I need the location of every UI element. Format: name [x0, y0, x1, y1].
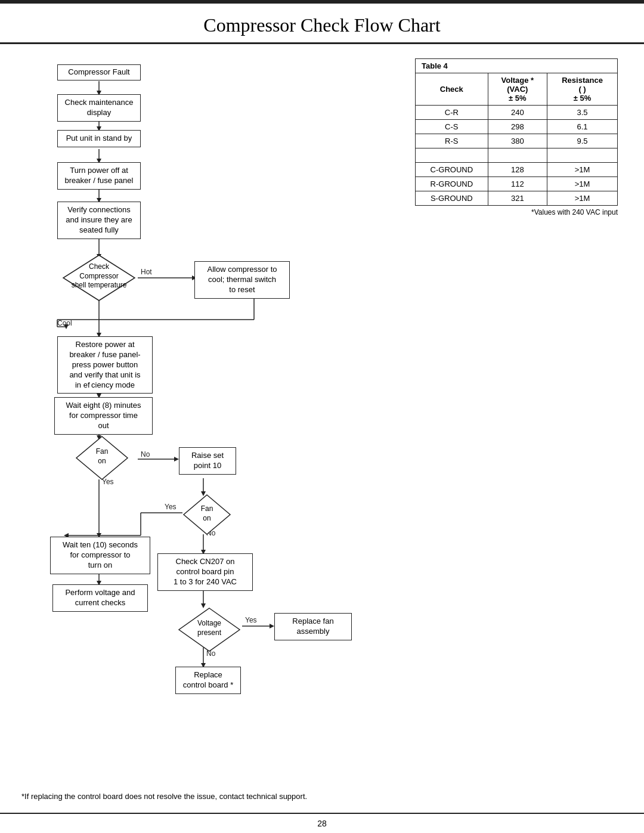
col-resistance: Resistance( )± 5%	[547, 73, 618, 106]
voltage-table: Table 4 Check Voltage *(VAC)± 5% Resista…	[415, 58, 618, 206]
bottom-area: 28	[0, 813, 644, 833]
box-raise-set-point: Raise setpoint 10	[179, 447, 236, 475]
box-verify-connections: Verify connectionsand insure they aresea…	[57, 202, 141, 239]
box-wait-eight: Wait eight (8) minutesfor compressor tim…	[54, 397, 153, 435]
table-title: Table 4	[416, 59, 618, 73]
table-cell: 321	[488, 191, 547, 206]
box-turn-power-off: Turn power off atbreaker / fuse panel	[57, 162, 141, 190]
table-cell: 9.5	[547, 134, 618, 148]
box-wait-ten: Wait ten (10) secondsfor compressor totu…	[50, 537, 150, 574]
page-number: 28	[317, 819, 327, 828]
table-cell: 128	[488, 163, 547, 177]
svg-text:Hot: Hot	[141, 268, 152, 276]
svg-text:Cool: Cool	[57, 319, 72, 327]
table-cell: >1M	[547, 163, 618, 177]
svg-text:Yes: Yes	[245, 616, 257, 624]
svg-text:Yes: Yes	[165, 503, 177, 511]
box-check-maintenance: Check maintenancedisplay	[57, 94, 141, 122]
page-title: Compressor Check Flow Chart	[0, 14, 644, 36]
table-cell: S-GROUND	[416, 191, 488, 206]
table-note: *Values with 240 VAC input	[415, 208, 618, 216]
table-cell: 298	[488, 120, 547, 134]
diamond-fan-on-2: Fanon	[182, 494, 231, 535]
table-area: Table 4 Check Voltage *(VAC)± 5% Resista…	[403, 58, 623, 744]
table-cell: 240	[488, 106, 547, 120]
title-area: Compressor Check Flow Chart	[0, 4, 644, 44]
content-area: Hot Cool No Yes Yes No Yes No Compressor…	[0, 44, 644, 744]
box-restore-power: Restore power atbreaker / fuse panel-pre…	[57, 336, 153, 394]
table-cell: C-S	[416, 120, 488, 134]
svg-marker-25	[174, 457, 179, 462]
col-voltage: Voltage *(VAC)± 5%	[488, 73, 547, 106]
table-cell	[488, 148, 547, 163]
table-cell: >1M	[547, 191, 618, 206]
box-put-standby: Put unit in stand by	[57, 130, 141, 147]
box-allow-compressor: Allow compressor tocool; thermal switcht…	[194, 261, 290, 299]
table-cell: C-GROUND	[416, 163, 488, 177]
table-cell: 6.1	[547, 120, 618, 134]
page: Compressor Check Flow Chart	[0, 0, 644, 833]
box-perform-voltage: Perform voltage andcurrent checks	[52, 584, 148, 612]
svg-marker-41	[270, 624, 274, 628]
diamond-fan-on: Fanon	[75, 435, 129, 481]
flowchart: Hot Cool No Yes Yes No Yes No Compressor…	[21, 58, 403, 744]
table-cell	[416, 148, 488, 163]
table-cell	[547, 148, 618, 163]
diamond-voltage-present: Voltagepresent	[178, 607, 241, 652]
table-cell: 3.5	[547, 106, 618, 120]
diamond-check-compressor: CheckCompressorshell temperature	[62, 254, 136, 302]
table-cell: C-R	[416, 106, 488, 120]
table-cell: R-GROUND	[416, 177, 488, 191]
col-check: Check	[416, 73, 488, 106]
box-replace-fan: Replace fanassembly	[274, 613, 352, 640]
svg-text:No: No	[141, 450, 150, 459]
table-cell: >1M	[547, 177, 618, 191]
box-replace-control-board: Replacecontrol board *	[175, 667, 241, 694]
table-cell: 112	[488, 177, 547, 191]
box-check-cn207: Check CN207 oncontrol board pin1 to 3 fo…	[157, 553, 253, 591]
footer-note: *If replacing the control board does not…	[0, 792, 644, 801]
table-cell: R-S	[416, 134, 488, 148]
svg-marker-17	[64, 324, 69, 329]
box-compressor-fault: Compressor Fault	[57, 64, 141, 80]
table-cell: 380	[488, 134, 547, 148]
